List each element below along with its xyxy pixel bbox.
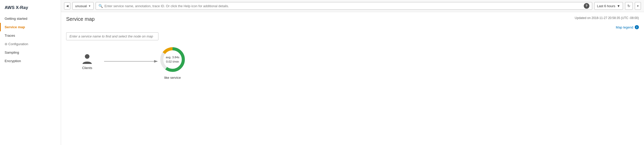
more-options-button[interactable]: ▼ <box>635 2 641 10</box>
service-name-search-input[interactable] <box>66 32 158 40</box>
map-legend-link[interactable]: Map legend <box>616 25 633 29</box>
time-range-arrow-icon: ▼ <box>617 4 620 8</box>
connection-arrow <box>104 59 158 64</box>
collapse-sidebar-button[interactable]: ◀ <box>64 2 70 9</box>
client-node[interactable]: Clients <box>82 53 93 70</box>
help-button[interactable]: ? <box>584 3 589 9</box>
service-node[interactable]: avg. 3.84s 0.02 t/min like service <box>158 45 187 80</box>
filter-arrow-icon: ▼ <box>88 5 91 7</box>
svg-point-0 <box>85 54 89 59</box>
page-title: Service map <box>66 16 95 22</box>
sidebar-item-traces[interactable]: Traces <box>0 31 61 40</box>
sidebar-item-encryption[interactable]: Encryption <box>0 57 61 65</box>
map-legend-info-icon[interactable]: i <box>635 25 639 29</box>
service-donut-chart: avg. 3.84s 0.02 t/min <box>158 45 187 74</box>
sidebar-section-configuration: ⊖ Configuration <box>0 40 61 48</box>
page-header: Service map Updated on 2018-11-27 20:58:… <box>66 16 639 22</box>
sidebar: AWS X-Ray Getting started Service map Tr… <box>0 0 61 145</box>
search-icon: 🔍 <box>98 4 103 8</box>
filter-label: unusual <box>75 4 87 8</box>
updated-timestamp: Updated on 2018-11-27 20:58:35 (UTC -08:… <box>575 16 639 20</box>
search-container: 🔍 ? <box>96 2 592 10</box>
map-legend-row: Map legend i <box>66 25 639 29</box>
page-content: Service map Updated on 2018-11-27 20:58:… <box>61 12 644 145</box>
service-name-label: like service <box>164 76 181 80</box>
service-map-area: Clients <box>66 45 639 97</box>
client-icon <box>82 53 93 64</box>
filter-dropdown[interactable]: unusual ▼ <box>72 2 94 10</box>
sidebar-item-service-map[interactable]: Service map <box>0 23 61 31</box>
sidebar-item-getting-started[interactable]: Getting started <box>0 14 61 23</box>
search-input[interactable] <box>104 4 582 8</box>
time-range-label: Last 6 hours <box>597 4 616 8</box>
toolbar: ◀ unusual ▼ 🔍 ? Last 6 hours ▼ ↻ ▼ <box>61 0 644 12</box>
tpm-label: 0.02 t/min <box>166 60 179 64</box>
time-range-button[interactable]: Last 6 hours ▼ <box>594 2 623 10</box>
donut-label: avg. 3.84s 0.02 t/min <box>166 55 179 64</box>
avg-response-label: avg. 3.84s <box>166 55 179 60</box>
app-logo: AWS X-Ray <box>0 2 61 14</box>
main-content: ◀ unusual ▼ 🔍 ? Last 6 hours ▼ ↻ ▼ Servi… <box>61 0 644 145</box>
svg-marker-2 <box>154 60 158 63</box>
client-label: Clients <box>82 66 92 70</box>
refresh-button[interactable]: ↻ <box>625 2 633 10</box>
sidebar-item-sampling[interactable]: Sampling <box>0 48 61 57</box>
